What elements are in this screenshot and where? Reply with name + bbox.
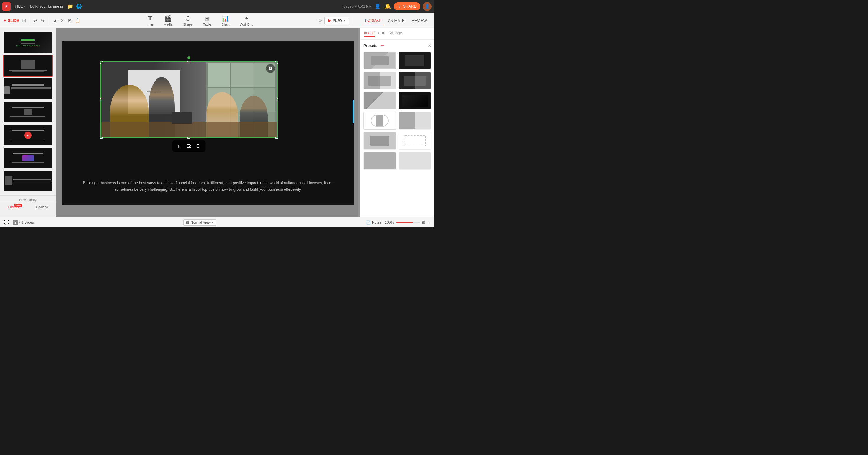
crop-button[interactable]: ⊡ [176,142,183,150]
shape-label: Shape [183,23,192,26]
presets-grid [364,52,431,170]
text-icon: T [148,14,152,22]
gallery-tab[interactable]: Gallery [28,202,56,212]
file-chevron-icon: ▾ [24,4,26,8]
right-panel: Image Edit Arrange Presets ← × [360,28,434,217]
slide-canvas[interactable]: mashroom5 🖼 ⊡ 🖼 [62,41,354,205]
current-slide-number: 2 [13,220,18,225]
play-button[interactable]: ▶ PLAY ▾ [324,17,349,25]
add-slide-button[interactable]: + SLIDE [4,18,19,23]
animate-tab[interactable]: ANIMATE [384,16,408,25]
preset-item-6[interactable] [399,92,431,109]
edit-tab[interactable]: Edit [378,31,385,37]
preset-item-5[interactable] [364,92,396,109]
text-tool[interactable]: T Text [142,13,158,28]
globe-icon[interactable]: 🌐 [75,3,83,10]
slides-panel: 1 BUILD YOUR BUSINESS 2 [0,28,56,217]
zoom-out-icon[interactable]: ⊟ [422,220,425,225]
redo-button[interactable]: ↪ [39,17,46,25]
slide-preview-1: BUILD YOUR BUSINESS [4,32,52,53]
rotate-handle[interactable] [187,56,190,59]
slide-thumb-1[interactable]: 1 BUILD YOUR BUSINESS [3,32,53,54]
paint-format-button[interactable]: 🖌 [51,17,59,24]
preset-item-8[interactable] [399,112,431,130]
shape-icon: ⬡ [185,15,190,22]
slide-thumb-7[interactable]: 7 [3,170,53,192]
document-title[interactable]: build your business [30,4,63,8]
format-tab[interactable]: FORMAT [361,15,384,25]
slide-preview-2 [4,56,52,76]
canvas-area: mashroom5 🖼 ⊡ 🖼 [56,28,360,217]
zoom-slider[interactable] [396,222,420,223]
paste-button[interactable]: 📋 [73,17,82,25]
body-paragraph: Building a business is one of the best w… [77,180,340,193]
new-badge: New [14,204,22,207]
image-tab[interactable]: Image [364,31,375,37]
notes-button[interactable]: 📄 Notes [366,220,381,225]
preset-item-11[interactable] [364,152,396,170]
play-icon: ▶ [328,19,331,23]
library-tab[interactable]: Library New [0,202,28,212]
total-slides: 8 Slides [21,220,34,225]
chat-icon[interactable]: 💬 [4,220,9,225]
media-icon: 🎬 [164,15,172,22]
accent-bar [352,100,354,123]
notification-icon[interactable]: 🔔 [384,3,392,10]
right-panel-header: Image Edit Arrange [361,28,434,39]
table-tool[interactable]: ⊞ Table [198,13,216,28]
layout-icon[interactable]: ⊡ [22,17,27,24]
scissors-button[interactable]: ✂ [59,17,67,25]
image-context-toolbar: ⊡ 🖼 🗒 [173,140,206,152]
file-menu-button[interactable]: FILE ▾ [13,3,28,10]
media-label: Media [163,23,173,26]
normal-view-button[interactable]: ⊡ Normal View ▾ [183,219,216,226]
fullscreen-button[interactable]: ⤡ [428,220,430,225]
format-animate-review-tabs: FORMAT ANIMATE REVIEW [361,15,430,25]
vertical-scrollbar[interactable] [358,28,360,217]
slide-thumb-3[interactable]: 3 [3,78,53,100]
preset-item-7[interactable] [364,112,396,130]
account-icon[interactable]: 👤 [374,3,381,10]
share-button[interactable]: ⇧ SHARE [394,2,421,10]
image-replace-icon[interactable]: 🖼 [266,64,275,73]
preset-item-10[interactable] [399,132,431,150]
slide-preview-5: ▶ [4,125,52,145]
new-library-label[interactable]: New Library [0,198,56,201]
filter-image-button[interactable]: 🗒 [194,142,202,150]
slide-thumb-6[interactable]: 6 [3,147,53,169]
preset-item-12[interactable] [399,152,431,170]
undo-button[interactable]: ↩ [32,17,39,25]
slide-thumb-2[interactable]: 2 [3,55,53,77]
share-label: SHARE [403,4,416,8]
arrange-tab[interactable]: Arrange [389,31,402,37]
divider-1 [29,17,29,25]
slide-thumb-5[interactable]: 5 ▶ [3,124,53,146]
zoom-value: 100% [385,220,394,225]
preset-item-2[interactable] [399,52,431,69]
gallery-label: Gallery [36,205,48,209]
preset-item-3[interactable] [364,72,396,89]
notes-page-icon: 📄 [366,220,371,225]
slide-thumb-4[interactable]: 4 [3,101,53,123]
shape-tool[interactable]: ⬡ Shape [178,13,198,28]
folder-icon[interactable]: 📁 [67,3,74,10]
user-avatar: 👤 [423,2,432,11]
chart-tool[interactable]: 📊 Chart [216,13,235,28]
copy-button[interactable]: ⎘ [67,17,73,24]
settings-button[interactable]: ⚙ [318,18,322,23]
presets-close-button[interactable]: × [428,43,431,48]
view-chevron-icon: ▾ [212,220,214,225]
addons-tool[interactable]: ✦ Add-Ons [235,13,258,28]
preset-item-1[interactable] [364,52,396,69]
preset-item-4[interactable] [399,72,431,89]
view-label: Normal View [190,220,211,225]
preset-item-9[interactable] [364,132,396,150]
media-tool[interactable]: 🎬 Media [158,13,178,28]
replace-image-button[interactable]: 🖼 [185,142,193,150]
selected-image-element[interactable]: mashroom5 🖼 ⊡ 🖼 [100,61,278,138]
review-tab[interactable]: REVIEW [408,16,430,25]
plus-icon: + [4,18,6,23]
toolbar-right: ⚙ ▶ PLAY ▾ FORMAT ANIMATE REVIEW [318,15,430,25]
file-label: FILE [15,4,23,8]
share-icon: ⇧ [398,4,401,8]
